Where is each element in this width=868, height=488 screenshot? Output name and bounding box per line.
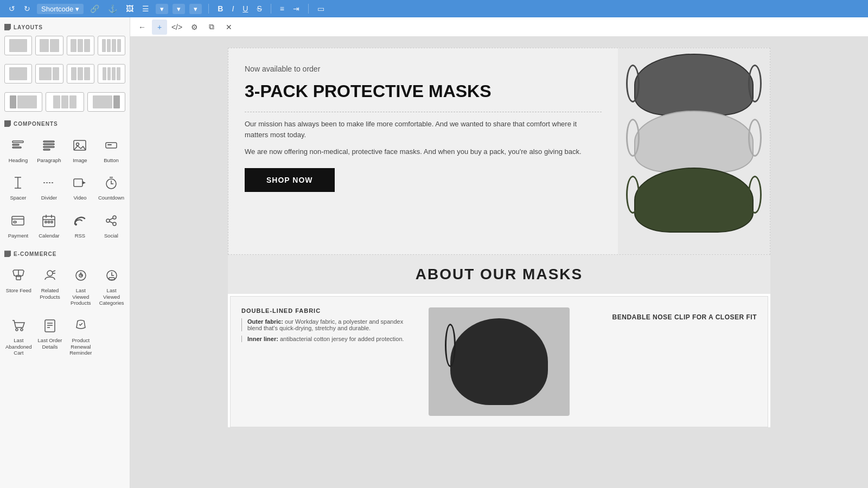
separator-3 bbox=[308, 4, 309, 14]
social-component[interactable]: Social bbox=[97, 208, 125, 242]
calendar-component[interactable]: Calendar bbox=[35, 208, 63, 242]
strap-dark-left bbox=[626, 65, 640, 102]
strikethrough-button[interactable]: S bbox=[254, 3, 264, 14]
add-block-button[interactable]: + bbox=[152, 20, 167, 35]
strap-gray-right bbox=[748, 119, 762, 157]
available-text: Now available to order bbox=[245, 65, 602, 73]
layout-sidebar-left[interactable] bbox=[4, 92, 42, 112]
layout-4col-b[interactable] bbox=[98, 64, 125, 84]
divider-icon bbox=[39, 173, 59, 192]
layout-sidebar-right[interactable] bbox=[87, 92, 125, 112]
divider-component[interactable]: Divider bbox=[35, 170, 63, 204]
rss-component[interactable]: RSS bbox=[66, 208, 94, 242]
undo-button[interactable]: ↺ bbox=[7, 3, 17, 14]
video-component[interactable]: Video bbox=[66, 170, 94, 204]
related-products-icon bbox=[40, 266, 60, 285]
underline-button[interactable]: U bbox=[240, 3, 250, 14]
rss-label: RSS bbox=[75, 233, 86, 239]
paragraph-component[interactable]: Paragraph bbox=[35, 132, 63, 166]
shortcode-dropdown[interactable]: Shortcode ▾ bbox=[37, 4, 84, 14]
layout-1col-b[interactable] bbox=[4, 64, 32, 84]
shop-now-button[interactable]: SHOP NOW bbox=[245, 168, 335, 192]
heading-label: Heading bbox=[9, 157, 28, 163]
svg-point-32 bbox=[113, 222, 116, 226]
redo-button[interactable]: ↻ bbox=[22, 3, 33, 14]
bold-button[interactable]: B bbox=[215, 3, 225, 14]
svg-rect-21 bbox=[14, 221, 16, 223]
divider-label: Divider bbox=[41, 195, 58, 201]
layout-3col[interactable] bbox=[67, 36, 94, 55]
last-viewed-categories-component[interactable]: Last Viewed Categories bbox=[98, 262, 125, 309]
indent-button[interactable]: ⇥ bbox=[291, 3, 302, 14]
svg-rect-1 bbox=[12, 144, 19, 145]
spacer-component[interactable]: Spacer bbox=[4, 170, 32, 204]
font-size-dropdown[interactable]: ▾ bbox=[156, 4, 168, 14]
countdown-component[interactable]: Countdown bbox=[97, 170, 125, 204]
image-label: Image bbox=[73, 157, 87, 163]
about-section: ABOUT OUR MASKS bbox=[228, 255, 770, 294]
svg-rect-15 bbox=[74, 179, 82, 187]
svg-point-29 bbox=[75, 223, 77, 226]
button-component[interactable]: Button bbox=[97, 132, 125, 166]
spacer-icon bbox=[8, 173, 28, 192]
link-button[interactable]: 🔗 bbox=[88, 3, 101, 14]
layout-4col[interactable] bbox=[98, 36, 125, 55]
italic-button[interactable]: I bbox=[229, 3, 236, 14]
code-button[interactable]: </> bbox=[169, 20, 184, 35]
layout-2col-uneven[interactable] bbox=[35, 64, 63, 84]
countdown-label: Countdown bbox=[98, 195, 124, 201]
fabric-title: DOUBLE-LINED FABRIC bbox=[241, 307, 418, 314]
components-grid: Heading Paragraph Image Bu bbox=[4, 132, 125, 242]
last-viewed-products-component[interactable]: Last Viewed Products bbox=[67, 262, 94, 309]
store-feed-component[interactable]: Store Feed bbox=[4, 262, 33, 309]
email-canvas: Now available to order 3-PACK PROTECTIVE… bbox=[228, 48, 770, 427]
svg-rect-0 bbox=[12, 141, 23, 143]
settings-button[interactable]: ⚙ bbox=[187, 20, 202, 35]
related-products-component[interactable]: Related Products bbox=[36, 262, 64, 309]
separator-1 bbox=[208, 4, 209, 14]
last-viewed-categories-label: Last Viewed Categories bbox=[99, 287, 124, 306]
payment-label: Payment bbox=[8, 233, 29, 239]
svg-point-8 bbox=[76, 143, 79, 146]
last-order-details-component[interactable]: Last Order Details bbox=[36, 312, 64, 359]
last-abandoned-cart-component[interactable]: Last Abandoned Cart bbox=[4, 312, 33, 359]
sub-toolbar: ← + </> ⚙ ⧉ ✕ bbox=[130, 17, 868, 37]
outer-fabric-item: Outer fabric: our Workday fabric, a poly… bbox=[241, 318, 418, 331]
back-button[interactable]: ← bbox=[135, 20, 150, 35]
image-component[interactable]: Image bbox=[66, 132, 94, 166]
rss-icon bbox=[70, 211, 90, 230]
block-button[interactable]: ▭ bbox=[315, 3, 327, 14]
svg-rect-26 bbox=[45, 221, 47, 223]
layout-3col-b[interactable] bbox=[67, 64, 94, 84]
svg-rect-10 bbox=[107, 144, 112, 145]
svg-point-37 bbox=[47, 271, 53, 276]
last-order-details-icon bbox=[40, 316, 60, 335]
product-renewal-reminder-icon bbox=[71, 316, 91, 335]
font-color-dropdown[interactable]: ▾ bbox=[189, 4, 202, 14]
svg-line-38 bbox=[53, 271, 55, 272]
layout-sidebar-center[interactable] bbox=[46, 92, 84, 112]
heading-icon bbox=[8, 136, 28, 155]
product-title: 3-PACK PROTECTIVE MASKS bbox=[245, 82, 602, 101]
strap-detail-left bbox=[445, 324, 456, 367]
list-button[interactable]: ≡ bbox=[278, 3, 286, 14]
product-desc-1: Our mission has always been to make life… bbox=[245, 112, 602, 140]
inner-liner-label: Inner liner: bbox=[247, 336, 278, 342]
main-layout: LAYOUTS COMPONENTS bbox=[0, 17, 868, 488]
payment-component[interactable]: Payment bbox=[4, 208, 32, 242]
layout-grid-row2 bbox=[4, 64, 125, 84]
anchor-button[interactable]: ⚓ bbox=[106, 3, 119, 14]
layout-1col[interactable] bbox=[4, 36, 32, 55]
align-button[interactable]: ☰ bbox=[140, 3, 151, 14]
layout-2col[interactable] bbox=[35, 36, 63, 55]
delete-button[interactable]: ✕ bbox=[221, 20, 237, 35]
duplicate-button[interactable]: ⧉ bbox=[204, 20, 219, 35]
button-icon bbox=[101, 136, 121, 155]
svg-point-45 bbox=[21, 329, 23, 331]
heading-component[interactable]: Heading bbox=[4, 132, 32, 166]
image-toolbar-button[interactable]: 🖼 bbox=[124, 3, 136, 14]
font-family-dropdown[interactable]: ▾ bbox=[173, 4, 185, 14]
image-icon bbox=[70, 136, 90, 155]
details-section: DOUBLE-LINED FABRIC Outer fabric: our Wo… bbox=[230, 296, 768, 427]
product-renewal-reminder-component[interactable]: Product Renewal Reminder bbox=[67, 312, 94, 359]
